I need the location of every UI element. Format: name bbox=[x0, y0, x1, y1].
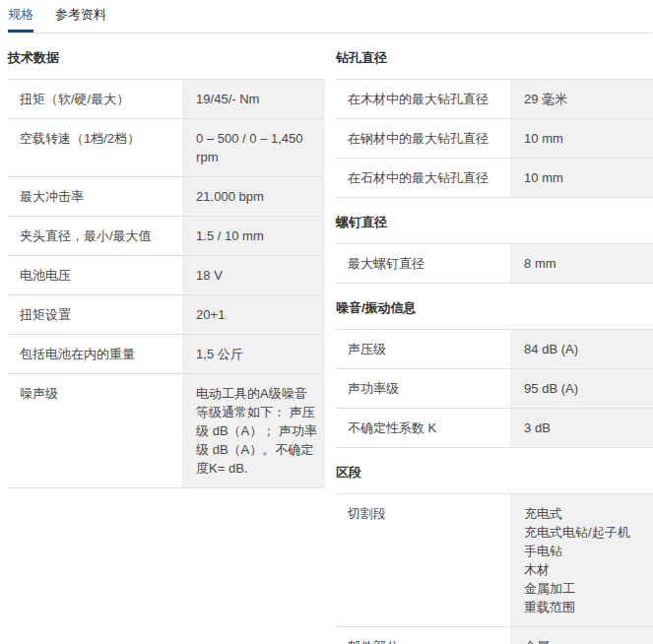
right-column: 钻孔直径 在木材中的最大钻孔直径 29 毫米 在钢材中的最大钻孔直径 10 mm… bbox=[336, 33, 653, 644]
spec-value: 电动工具的A级噪音等级通常如下： 声压级 dB（A）； 声功率级 dB（A）。不… bbox=[182, 374, 325, 487]
spec-value: 1,5 公斤 bbox=[182, 335, 325, 373]
spec-label: 在木材中的最大钻孔直径 bbox=[336, 80, 510, 118]
table-row: 最大螺钉直径 8 mm bbox=[336, 243, 653, 283]
spec-label: 电池电压 bbox=[8, 256, 182, 294]
spec-page: 规格 参考资料 技术数据 扭矩（软/硬/最大） 19/45/- Nm 空载转速（… bbox=[0, 0, 653, 644]
spec-label: 声压级 bbox=[336, 330, 510, 368]
section-title-drilling-diameter: 钻孔直径 bbox=[336, 50, 653, 66]
table-row: 扭矩（软/硬/最大） 19/45/- Nm bbox=[8, 79, 325, 118]
spec-label: 切割段 bbox=[336, 494, 510, 626]
spec-label: 扭矩（软/硬/最大） bbox=[8, 80, 182, 118]
section-title-screw-diameter: 螺钉直径 bbox=[336, 215, 653, 230]
spec-value: 3 dB bbox=[510, 409, 653, 447]
spec-label: 最大螺钉直径 bbox=[336, 244, 510, 283]
segments-table: 切割段 充电式 充电式电钻/起子机 手电钻 木材 金属加工 重载范围 邮件部分 … bbox=[336, 493, 653, 644]
spec-value: 8 mm bbox=[510, 244, 653, 283]
table-row: 最大冲击率 21.000 bpm bbox=[8, 176, 325, 216]
spec-value: 20+1 bbox=[182, 295, 325, 334]
noise-vibration-table: 声压级 84 dB (A) 声功率级 95 dB (A) 不确定性系数 K 3 … bbox=[336, 329, 653, 448]
spec-value: 19/45/- Nm bbox=[182, 80, 325, 118]
table-row: 不确定性系数 K 3 dB bbox=[336, 408, 653, 447]
drilling-diameter-table: 在木材中的最大钻孔直径 29 毫米 在钢材中的最大钻孔直径 10 mm 在石材中… bbox=[336, 79, 653, 198]
spec-label: 在石材中的最大钻孔直径 bbox=[336, 159, 510, 197]
left-column: 技术数据 扭矩（软/硬/最大） 19/45/- Nm 空载转速（1档/2档） 0… bbox=[8, 33, 325, 488]
spec-label: 空载转速（1档/2档） bbox=[8, 119, 182, 176]
table-row: 切割段 充电式 充电式电钻/起子机 手电钻 木材 金属加工 重载范围 bbox=[336, 493, 653, 626]
spec-label: 噪声级 bbox=[8, 374, 182, 487]
spec-value: 充电式 充电式电钻/起子机 手电钻 木材 金属加工 重载范围 bbox=[510, 494, 653, 626]
tab-reference-materials[interactable]: 参考资料 bbox=[55, 0, 106, 32]
spec-value: 1.5 / 10 mm bbox=[182, 217, 325, 255]
spec-value: 21.000 bpm bbox=[182, 177, 325, 216]
table-row: 噪声级 电动工具的A级噪音等级通常如下： 声压级 dB（A）； 声功率级 dB（… bbox=[8, 373, 325, 487]
table-row: 夹头直径，最小/最大值 1.5 / 10 mm bbox=[8, 216, 325, 255]
spec-value: 95 dB (A) bbox=[510, 369, 653, 408]
spec-label: 扭矩设置 bbox=[8, 295, 182, 334]
spec-label: 不确定性系数 K bbox=[336, 409, 510, 447]
technical-data-table: 扭矩（软/硬/最大） 19/45/- Nm 空载转速（1档/2档） 0 – 50… bbox=[8, 79, 325, 488]
spec-label: 包括电池在内的重量 bbox=[8, 335, 182, 373]
spec-label: 声功率级 bbox=[336, 369, 510, 408]
table-row: 声压级 84 dB (A) bbox=[336, 329, 653, 368]
spec-value: 84 dB (A) bbox=[510, 330, 653, 368]
table-row: 扭矩设置 20+1 bbox=[8, 294, 325, 334]
spec-value: 10 mm bbox=[510, 119, 653, 158]
screw-diameter-table: 最大螺钉直径 8 mm bbox=[336, 243, 653, 284]
spec-columns: 技术数据 扭矩（软/硬/最大） 19/45/- Nm 空载转速（1档/2档） 0… bbox=[8, 33, 653, 644]
section-title-segments: 区段 bbox=[336, 465, 653, 481]
table-row: 在石材中的最大钻孔直径 10 mm bbox=[336, 158, 653, 197]
table-row: 在钢材中的最大钻孔直径 10 mm bbox=[336, 118, 653, 158]
spec-value: 29 毫米 bbox=[510, 80, 653, 118]
spec-value: 10 mm bbox=[510, 159, 653, 197]
spec-value: 金属 石材 木材 bbox=[510, 627, 653, 644]
tab-bar: 规格 参考资料 bbox=[8, 0, 652, 33]
table-row: 电池电压 18 V bbox=[8, 255, 325, 294]
spec-label: 最大冲击率 bbox=[8, 177, 182, 216]
table-row: 声功率级 95 dB (A) bbox=[336, 368, 653, 408]
table-row: 在木材中的最大钻孔直径 29 毫米 bbox=[336, 79, 653, 118]
section-title-technical-data: 技术数据 bbox=[8, 50, 325, 66]
tab-specifications[interactable]: 规格 bbox=[8, 0, 33, 32]
spec-label: 邮件部分 bbox=[336, 627, 510, 644]
section-title-noise-vibration: 噪音/振动信息 bbox=[336, 300, 653, 316]
spec-label: 在钢材中的最大钻孔直径 bbox=[336, 119, 510, 158]
spec-value: 18 V bbox=[182, 256, 325, 294]
spec-label: 夹头直径，最小/最大值 bbox=[8, 217, 182, 255]
spec-value: 0 – 500 / 0 – 1,450 rpm bbox=[182, 119, 325, 176]
table-row: 包括电池在内的重量 1,5 公斤 bbox=[8, 334, 325, 373]
table-row: 空载转速（1档/2档） 0 – 500 / 0 – 1,450 rpm bbox=[8, 118, 325, 176]
table-row: 邮件部分 金属 石材 木材 bbox=[336, 626, 653, 644]
